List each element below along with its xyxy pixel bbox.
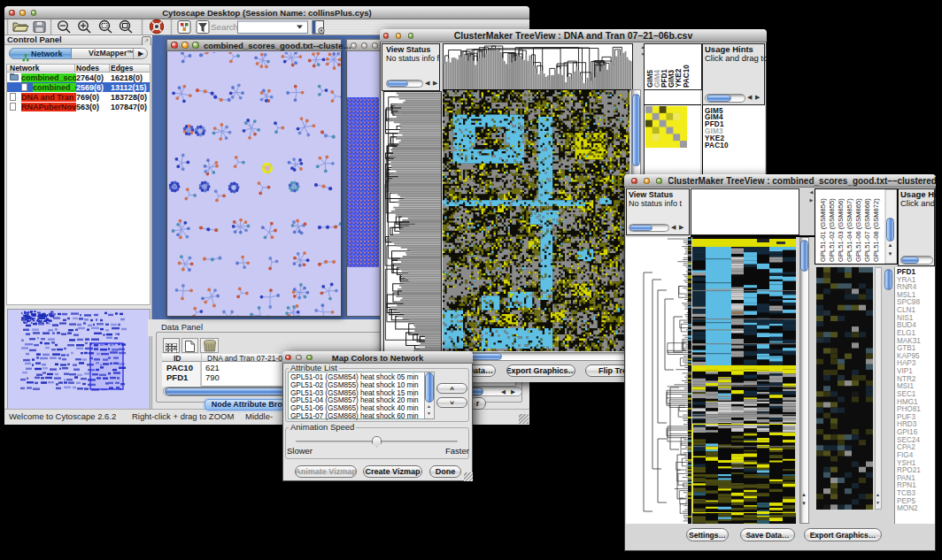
svg-text:Search:: Search: (211, 22, 241, 32)
svg-text:GPL51-07 (GSM868): GPL51-07 (GSM868) (863, 198, 871, 262)
svg-text:GPL51-01 (GSM854): GPL51-01 (GSM854) (819, 198, 827, 262)
svg-text:GPL51-08 (GSM872): GPL51-08 (GSM872) (872, 198, 880, 262)
svg-text:GPL51-06 (GSM865): GPL51-06 (GSM865) (854, 198, 862, 262)
svg-text:PAC10: PAC10 (683, 65, 691, 88)
svg-text:GPL51-02 (GSM855): GPL51-02 (GSM855) (828, 198, 836, 262)
svg-text:GPL51-04 (GSM857): GPL51-04 (GSM857) (845, 198, 853, 262)
svg-text:GPL51-03 (GSM856): GPL51-03 (GSM856) (837, 198, 845, 262)
